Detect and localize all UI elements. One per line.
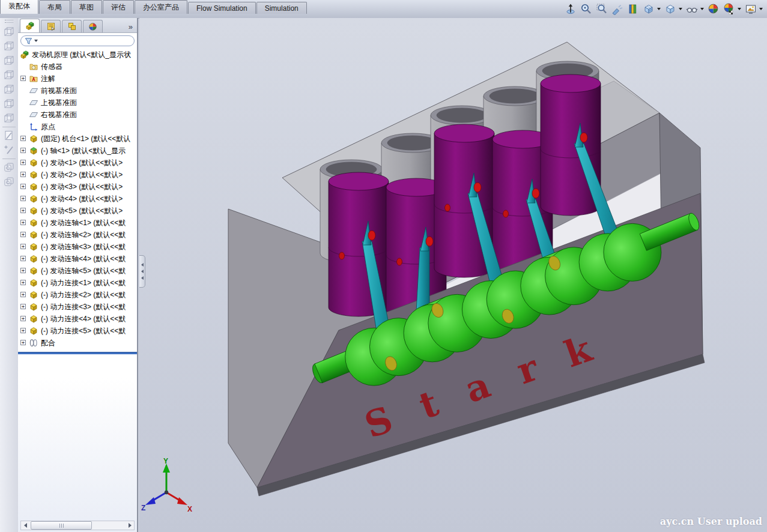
filter-input[interactable] (20, 35, 135, 46)
display-style-icon[interactable] (663, 2, 677, 16)
expander[interactable]: + (20, 208, 26, 213)
tree-item-conrod-3[interactable]: +(-) 发动连轴<3> (默认<<默 (18, 241, 137, 253)
tab-display-manager[interactable] (83, 20, 103, 32)
expander[interactable]: + (20, 76, 26, 81)
zoom-to-area-icon[interactable] (595, 2, 608, 16)
toolbar-grip[interactable] (5, 20, 13, 23)
normal-to-icon[interactable] (563, 2, 577, 16)
tree-item-powerlink-1[interactable]: +(-) 动力连接<1> (默认<<默 (18, 277, 137, 289)
section-view-icon[interactable] (626, 2, 640, 16)
tree-item-powerlink-4[interactable]: +(-) 动力连接<4> (默认<<默 (18, 313, 137, 325)
panel-split-bar[interactable] (18, 352, 137, 354)
expander[interactable]: + (20, 220, 26, 225)
isometric-view-icon[interactable] (2, 112, 16, 125)
expander[interactable]: + (20, 232, 26, 237)
tree-item-conrod-4[interactable]: +(-) 发动连轴<4> (默认<<默 (18, 253, 137, 265)
expander[interactable]: + (20, 280, 26, 285)
apply-scene-icon[interactable] (706, 2, 720, 16)
tab-feature-manager[interactable] (20, 19, 40, 32)
sketch-icon[interactable] (2, 129, 16, 142)
edit-appearance-icon[interactable] (722, 2, 736, 16)
component-layers-icon[interactable] (2, 175, 16, 189)
left-view-icon[interactable] (2, 54, 16, 67)
panel-tabs-overflow[interactable]: » (126, 22, 135, 32)
expander[interactable]: + (20, 196, 26, 201)
view-settings-dropdown[interactable] (759, 8, 763, 10)
reference-geometry-icon[interactable] (2, 161, 16, 174)
tab-evaluate[interactable]: 评估 (103, 0, 134, 14)
tree-item-right-plane[interactable]: 右视基准面 (18, 109, 137, 121)
part-icon (29, 278, 38, 288)
tree-item-sensors[interactable]: 传感器 (18, 61, 137, 73)
tab-flow-simulation[interactable]: Flow Simulation (188, 2, 256, 14)
part-icon (29, 182, 38, 192)
expander[interactable]: + (20, 244, 26, 249)
tree-item-piston-1[interactable]: +(-) 发动<1> (默认<<默认> (18, 157, 137, 169)
tree-item-piston-4[interactable]: +(-) 发动<4> (默认<<默认> (18, 193, 137, 205)
tab-simulation[interactable]: Simulation (256, 2, 307, 14)
tree-item-piston-5[interactable]: +(-) 发动<5> (默认<<默认> (18, 205, 137, 217)
expander[interactable]: + (20, 292, 26, 297)
tree-item-mates[interactable]: +配合 (18, 337, 137, 349)
top-view-icon[interactable] (2, 83, 16, 96)
expander[interactable]: + (20, 256, 26, 261)
part-icon (29, 134, 38, 144)
expander[interactable]: + (20, 148, 26, 153)
tree-item-conrod-1[interactable]: +(-) 发动连轴<1> (默认<<默 (18, 217, 137, 229)
expander[interactable]: + (20, 172, 26, 177)
expander[interactable]: + (20, 328, 26, 333)
tree-item-powerlink-3[interactable]: +(-) 动力连接<3> (默认<<默 (18, 301, 137, 313)
previous-view-icon[interactable] (610, 2, 624, 16)
tab-layout[interactable]: 布局 (39, 0, 70, 14)
tab-property-manager[interactable] (41, 20, 61, 32)
tree-item-piston-3[interactable]: +(-) 发动<3> (默认<<默认> (18, 181, 137, 193)
edit-appearance-dropdown[interactable] (738, 8, 741, 10)
zoom-to-fit-icon[interactable] (579, 2, 593, 16)
expander[interactable]: + (20, 268, 26, 273)
graphics-viewport: S t a r k (139, 18, 767, 532)
tree-item-assembly-root[interactable]: 发动机原理 (默认<默认_显示状 (18, 49, 137, 61)
panel-collapse-handle[interactable] (139, 255, 145, 288)
tree-item-top-plane[interactable]: 上视基准面 (18, 97, 137, 109)
tab-assembly[interactable]: 装配体 (0, 0, 38, 14)
watermark: ayc.cn User upload (660, 516, 762, 527)
scroll-thumb[interactable] (31, 521, 92, 530)
expander[interactable]: + (20, 316, 26, 321)
tree-item-powerlink-2[interactable]: +(-) 动力连接<2> (默认<<默 (18, 289, 137, 301)
expander[interactable]: + (20, 340, 26, 345)
3d-sketch-icon[interactable] (2, 144, 16, 157)
scroll-right-arrow[interactable] (126, 522, 134, 530)
expander[interactable]: + (20, 136, 26, 141)
view-settings-icon[interactable] (744, 2, 757, 16)
tree-item-conrod-2[interactable]: +(-) 发动连轴<2> (默认<<默 (18, 229, 137, 241)
scroll-left-arrow[interactable] (21, 522, 29, 530)
bottom-view-icon[interactable] (2, 97, 16, 110)
filter-dropdown-icon[interactable] (34, 40, 38, 42)
tree-item-origin[interactable]: 原点 (18, 121, 137, 133)
expander[interactable]: + (20, 160, 26, 165)
tab-sketch[interactable]: 草图 (71, 0, 102, 14)
tree-item-conrod-5[interactable]: +(-) 发动连轴<5> (默认<<默 (18, 265, 137, 277)
tree-item-shaft[interactable]: +(-) 轴<1> (默认<默认_显示 (18, 145, 137, 157)
part-icon (29, 254, 38, 264)
view-orientation-icon[interactable] (641, 2, 655, 16)
tree-item-front-plane[interactable]: 前视基准面 (18, 85, 137, 97)
tree-item-machine-base[interactable]: +(固定) 机台<1> (默认<<默认 (18, 133, 137, 145)
graphics-area[interactable]: S t a r k (139, 18, 767, 532)
tree-item-annotations[interactable]: +注解 (18, 73, 137, 85)
tree-item-powerlink-5[interactable]: +(-) 动力连接<5> (默认<<默 (18, 325, 137, 337)
tree-item-piston-2[interactable]: +(-) 发动<2> (默认<<默认> (18, 169, 137, 181)
back-view-icon[interactable] (2, 40, 16, 53)
right-view-icon[interactable] (2, 68, 16, 82)
expander[interactable]: + (20, 304, 26, 309)
display-style-dropdown[interactable] (679, 8, 682, 10)
expander[interactable]: + (20, 184, 26, 189)
hide-show-items-icon[interactable] (685, 2, 699, 16)
hide-show-items-dropdown[interactable] (700, 8, 704, 10)
part-icon (29, 146, 38, 156)
view-orientation-dropdown[interactable] (657, 8, 661, 10)
panel-horizontal-scrollbar[interactable] (20, 521, 135, 530)
tab-configuration-manager[interactable] (62, 20, 82, 32)
front-view-icon[interactable] (2, 25, 16, 38)
tab-office-products[interactable]: 办公室产品 (135, 0, 187, 14)
